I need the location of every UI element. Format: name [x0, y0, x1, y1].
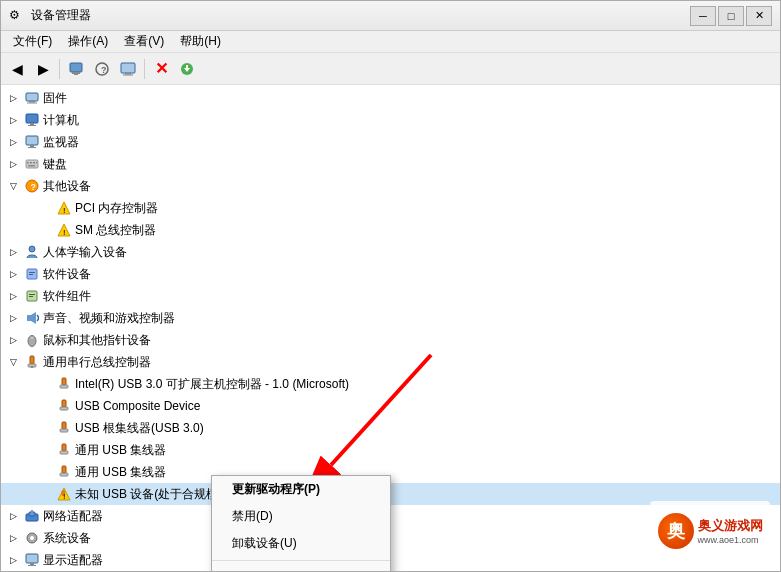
minimize-button[interactable]: ─: [690, 6, 716, 26]
svg-rect-13: [27, 103, 37, 104]
tree-item-intel-usb3[interactable]: Intel(R) USB 3.0 可扩展主机控制器 - 1.0 (Microso…: [1, 373, 780, 395]
expand-network[interactable]: ▷: [5, 508, 21, 524]
tree-item-sound[interactable]: ▷ 声音、视频和游戏控制器: [1, 307, 780, 329]
svg-rect-7: [123, 74, 133, 75]
tree-item-other-devices[interactable]: ▽ ? 其他设备: [1, 175, 780, 197]
svg-marker-40: [31, 312, 36, 324]
expand-usb-hub1: [37, 442, 53, 458]
close-button[interactable]: ✕: [746, 6, 772, 26]
usb-hub3-label: USB 根集线器(USB 3.0): [75, 420, 204, 437]
svg-text:!: !: [63, 206, 66, 215]
expand-other-devices[interactable]: ▽: [5, 178, 21, 194]
tree-item-monitor[interactable]: ▷ 监视器: [1, 131, 780, 153]
watermark-title: 奥义游戏网: [698, 517, 763, 535]
svg-rect-22: [30, 162, 32, 164]
expand-sw-component[interactable]: ▷: [5, 288, 21, 304]
svg-rect-14: [26, 114, 38, 123]
svg-text:?: ?: [31, 182, 37, 192]
expand-system[interactable]: ▷: [5, 530, 21, 546]
tree-item-usb-hub1[interactable]: 通用 USB 集线器: [1, 439, 780, 461]
mouse-label: 鼠标和其他指针设备: [43, 332, 151, 349]
expand-monitor[interactable]: ▷: [5, 134, 21, 150]
expand-sm: [37, 222, 53, 238]
tree-item-usb-composite[interactable]: USB Composite Device: [1, 395, 780, 417]
watermark-logo: 奥 奥义游戏网 www.aoe1.com: [658, 513, 763, 549]
computer-label: 计算机: [43, 112, 79, 129]
tree-item-usb-controller[interactable]: ▽ 通用串行总线控制器: [1, 351, 780, 373]
svg-rect-21: [27, 162, 29, 164]
download-button[interactable]: [175, 57, 199, 81]
svg-rect-34: [29, 272, 35, 273]
svg-rect-17: [26, 136, 38, 145]
tree-item-usb-hub-3[interactable]: USB 根集线器(USB 3.0): [1, 417, 780, 439]
tree-item-pci[interactable]: ! PCI 内存控制器: [1, 197, 780, 219]
menu-help[interactable]: 帮助(H): [172, 31, 229, 52]
expand-sw-device[interactable]: ▷: [5, 266, 21, 282]
system-icon: [24, 530, 40, 546]
svg-rect-5: [121, 63, 135, 73]
menu-view[interactable]: 查看(V): [116, 31, 172, 52]
svg-point-43: [30, 337, 34, 340]
expand-firmware[interactable]: ▷: [5, 90, 21, 106]
properties-button[interactable]: [64, 57, 88, 81]
tree-item-mouse[interactable]: ▷ 鼠标和其他指针设备: [1, 329, 780, 351]
computer-icon: [24, 112, 40, 128]
scan-hardware-button[interactable]: ?: [90, 57, 114, 81]
expand-computer[interactable]: ▷: [5, 112, 21, 128]
back-button[interactable]: ◀: [5, 57, 29, 81]
svg-rect-15: [30, 123, 34, 125]
expand-usb-controller[interactable]: ▽: [5, 354, 21, 370]
ctx-disable[interactable]: 禁用(D): [212, 503, 390, 530]
delete-button[interactable]: ✕: [149, 57, 173, 81]
expand-mouse[interactable]: ▷: [5, 332, 21, 348]
tree-item-computer[interactable]: ▷ 计算机: [1, 109, 780, 131]
ctx-uninstall[interactable]: 卸载设备(U): [212, 530, 390, 557]
expand-display[interactable]: ▷: [5, 552, 21, 568]
tree-item-sw-component[interactable]: ▷ 软件组件: [1, 285, 780, 307]
svg-text:!: !: [63, 492, 66, 501]
svg-rect-53: [62, 444, 66, 451]
svg-rect-55: [62, 466, 66, 473]
usb-composite-icon: [56, 398, 72, 414]
svg-rect-20: [26, 160, 38, 168]
sm-label: SM 总线控制器: [75, 222, 156, 239]
usb-unknown-icon: !: [56, 486, 72, 502]
tree-item-hid[interactable]: ▷ 人体学输入设备: [1, 241, 780, 263]
expand-hid[interactable]: ▷: [5, 244, 21, 260]
menu-file[interactable]: 文件(F): [5, 31, 60, 52]
svg-rect-12: [29, 101, 35, 103]
usb-hub1-label: 通用 USB 集线器: [75, 442, 166, 459]
sw-component-label: 软件组件: [43, 288, 91, 305]
expand-pci: [37, 200, 53, 216]
menu-action[interactable]: 操作(A): [60, 31, 116, 52]
svg-rect-1: [72, 72, 80, 74]
maximize-button[interactable]: □: [718, 6, 744, 26]
tree-item-sw-device[interactable]: ▷ 软件设备: [1, 263, 780, 285]
expand-keyboard[interactable]: ▷: [5, 156, 21, 172]
usb-hub2-icon: [56, 464, 72, 480]
ctx-scan[interactable]: 扫描检测硬件改动(A): [212, 564, 390, 571]
keyboard-icon: [24, 156, 40, 172]
ctx-separator: [212, 560, 390, 561]
monitor-button[interactable]: [116, 57, 140, 81]
tree-item-firmware[interactable]: ▷ 固件: [1, 87, 780, 109]
svg-rect-52: [60, 429, 68, 432]
ctx-update-driver[interactable]: 更新驱动程序(P): [212, 476, 390, 503]
window-title: 设备管理器: [31, 7, 690, 24]
forward-button[interactable]: ▶: [31, 57, 55, 81]
expand-usb-composite: [37, 398, 53, 414]
svg-point-32: [29, 246, 35, 252]
tree-item-keyboard[interactable]: ▷ 键盘: [1, 153, 780, 175]
expand-sound[interactable]: ▷: [5, 310, 21, 326]
content-area: ▷ 固件 ▷ 计算机 ▷ 监视器 ▷: [1, 85, 780, 571]
watermark-url: www.aoe1.com: [698, 535, 763, 545]
svg-rect-51: [62, 422, 66, 429]
svg-rect-24: [36, 162, 37, 164]
tree-item-sm[interactable]: ! SM 总线控制器: [1, 219, 780, 241]
display-icon: [24, 552, 40, 568]
hid-icon: [24, 244, 40, 260]
sound-icon: [24, 310, 40, 326]
network-icon: [24, 508, 40, 524]
device-manager-window: ⚙ 设备管理器 ─ □ ✕ 文件(F) 操作(A) 查看(V) 帮助(H) ◀ …: [0, 0, 781, 572]
svg-rect-23: [33, 162, 35, 164]
